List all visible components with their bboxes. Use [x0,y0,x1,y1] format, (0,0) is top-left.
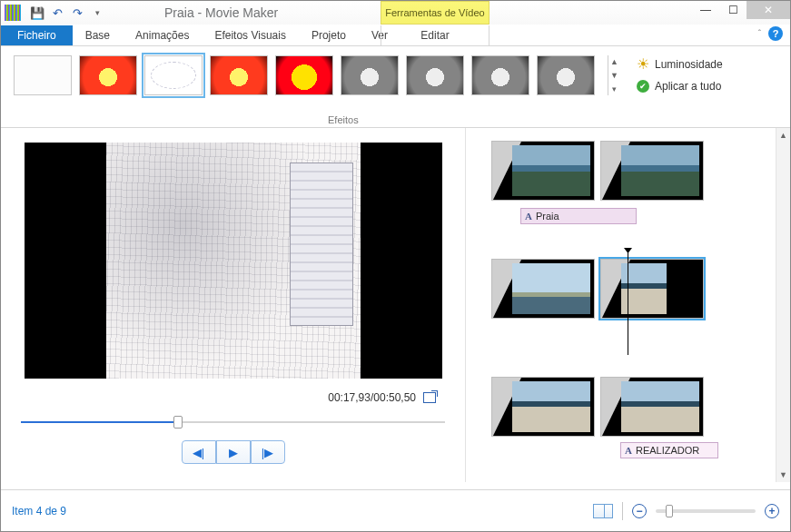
tab-visual-effects[interactable]: Efeitos Visuais [202,25,299,45]
preview-frame [106,143,361,379]
scroll-up-icon[interactable]: ▲ [776,128,790,143]
zoom-slider[interactable] [656,509,756,513]
preview-pane: 00:17,93/00:50,50 ◀| ▶ |▶ [1,128,466,482]
clip-1b[interactable] [600,141,704,201]
title-caption-2-label: REALIZADOR [636,445,699,456]
undo-icon[interactable]: ↶ [48,4,66,22]
timeline-pane: A Praia A REALIZADOR [466,128,790,482]
tab-animations[interactable]: Animações [123,25,202,45]
time-readout-row: 00:17,93/00:50,50 [17,391,449,404]
ribbon-body: ▲ ▼ ▾ ☀ Luminosidade ✔ Aplicar a tudo Ef… [1,46,790,128]
effect-gray-4[interactable] [537,55,595,95]
clip-2a[interactable] [491,259,595,319]
luminosity-button[interactable]: ☀ Luminosidade [637,55,723,73]
effect-warm[interactable] [210,55,268,95]
zoom-in-button[interactable]: + [765,504,779,518]
text-caption-icon: A [525,211,532,222]
clip-row-2 [491,259,704,319]
window-title: Praia - Movie Maker [164,5,278,20]
file-tab[interactable]: Ficheiro [1,25,73,45]
help-icon[interactable]: ? [768,26,783,41]
close-button[interactable]: ✕ [747,1,790,19]
tab-project[interactable]: Projeto [299,25,359,45]
play-button[interactable]: ▶ [216,440,251,464]
clip-row-1: A Praia [491,141,774,201]
ribbon-group-label: Efeitos [328,114,359,125]
status-item-count: Item 4 de 9 [12,505,66,517]
seek-thumb[interactable] [173,416,183,429]
context-tool-header: Ferramentas de Vídeo [381,1,489,25]
workspace: 00:17,93/00:50,50 ◀| ▶ |▶ A Praia [1,128,790,482]
preview-video[interactable] [25,143,442,379]
play-controls: ◀| ▶ |▶ [17,440,449,464]
title-caption-1[interactable]: A Praia [520,208,637,224]
chevron-down-icon[interactable]: ▼ [610,71,618,80]
effect-gray-2[interactable] [406,55,464,95]
qat-customize-icon[interactable]: ▾ [88,4,106,22]
tab-edit[interactable]: Editar [381,25,489,45]
quick-access-toolbar: 💾 ↶ ↷ ▾ [25,4,110,22]
next-frame-button[interactable]: |▶ [251,440,285,464]
gallery-expand-icon[interactable]: ▾ [612,84,617,94]
maximize-button[interactable]: ☐ [719,1,747,19]
chevron-up-icon[interactable]: ▲ [610,57,618,66]
effect-posterize[interactable] [275,55,333,95]
time-readout: 00:17,93/00:50,50 [328,391,416,404]
apply-all-label: Aplicar a tudo [655,80,721,93]
zoom-out-button[interactable]: − [632,504,647,518]
ribbon-collapse-icon[interactable]: ˆ [758,29,761,39]
title-caption-1-label: Praia [536,211,559,222]
scroll-down-icon[interactable]: ▼ [776,468,790,482]
app-icon [5,5,21,21]
redo-icon[interactable]: ↷ [68,4,86,22]
minimize-button[interactable]: — [692,1,719,19]
seek-bar[interactable] [21,419,445,426]
zoom-thumb[interactable] [666,505,673,517]
effect-gray-1[interactable] [341,55,399,95]
effect-none[interactable] [14,55,72,95]
gallery-scroll[interactable]: ▲ ▼ ▾ [608,55,620,95]
status-divider [622,502,623,520]
effect-gray-3[interactable] [471,55,529,95]
clip-1a[interactable] [491,141,595,201]
ribbon-tabs: Ficheiro Base Animações Efeitos Visuais … [1,25,790,46]
title-caption-2[interactable]: A REALIZADOR [620,442,718,458]
luminosity-label: Luminosidade [655,58,723,71]
apply-all-button[interactable]: ✔ Aplicar a tudo [637,80,723,93]
tab-base[interactable]: Base [73,25,123,45]
apply-all-icon: ✔ [637,80,649,93]
clip-2b-selected[interactable] [600,259,704,319]
effect-edge-detect[interactable] [144,55,203,95]
fullscreen-icon[interactable] [423,392,436,403]
clip-row-3 [491,377,704,437]
brightness-icon: ☀ [637,55,649,73]
status-bar: Item 4 de 9 − + [1,489,790,531]
effects-gallery [1,46,608,127]
titlebar: 💾 ↶ ↷ ▾ Praia - Movie Maker Ferramentas … [1,1,790,25]
clip-3a[interactable] [491,377,595,437]
playhead[interactable] [628,251,628,355]
clip-3b[interactable] [600,377,704,437]
vertical-scrollbar[interactable]: ▲ ▼ [776,128,790,482]
save-icon[interactable]: 💾 [28,4,46,22]
view-mode-thumbnails[interactable] [593,504,613,518]
effect-original[interactable] [79,55,137,95]
text-caption-icon: A [625,445,632,456]
prev-frame-button[interactable]: ◀| [182,440,216,464]
